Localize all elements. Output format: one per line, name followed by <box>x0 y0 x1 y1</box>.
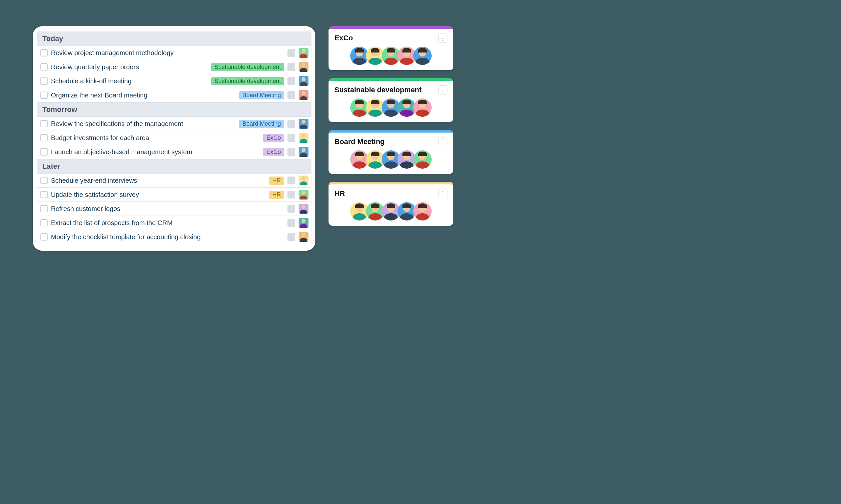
avatar <box>413 150 432 169</box>
subject-title: HR <box>334 189 345 198</box>
avatar <box>298 48 308 58</box>
task-status-box[interactable] <box>288 134 295 142</box>
task-title: Modify the checklist template for accoun… <box>51 233 284 241</box>
avatar <box>298 232 308 242</box>
task-status-box[interactable] <box>288 191 295 199</box>
task-title: Budget investments for each area <box>51 134 260 142</box>
task-row[interactable]: Extract the list of prospects from the C… <box>37 216 311 230</box>
subjects-column: ExCo⋮Sustainable development⋮Board Meeti… <box>328 26 453 226</box>
task-checkbox[interactable] <box>40 120 48 127</box>
task-status-box[interactable] <box>288 233 295 241</box>
task-row[interactable]: Review project management methodology <box>37 46 311 60</box>
subject-title: Board Meeting <box>334 138 385 146</box>
subject-card[interactable]: Sustainable development⋮ <box>328 78 453 122</box>
task-title: Refresh customer logos <box>51 205 284 213</box>
avatar <box>413 202 432 220</box>
task-title: Schedule a kick-off meeting <box>51 77 208 85</box>
task-status-box[interactable] <box>288 205 295 213</box>
task-title: Review project management methodology <box>51 49 284 57</box>
subject-title: Sustainable development <box>334 86 422 94</box>
task-checkbox[interactable] <box>40 63 48 71</box>
subject-title: ExCo <box>334 34 353 42</box>
avatar <box>298 90 308 100</box>
subject-members <box>334 202 447 220</box>
task-title: Schedule year-end interviews <box>51 177 266 184</box>
task-tag[interactable]: Board Meeting <box>239 91 284 100</box>
avatar <box>298 190 308 199</box>
section-header: Today <box>37 32 311 46</box>
task-row[interactable]: Organize the next Board meetingBoard Mee… <box>37 88 311 102</box>
avatar <box>298 133 308 143</box>
task-title: Launch an objective-based management sys… <box>51 148 260 156</box>
avatar <box>298 204 308 214</box>
task-status-box[interactable] <box>288 77 295 85</box>
avatar <box>298 62 308 72</box>
task-row[interactable]: Budget investments for each areaExCo <box>37 131 311 145</box>
task-tag[interactable]: Sustainable development <box>211 77 284 85</box>
task-status-box[interactable] <box>288 91 295 99</box>
more-menu-icon[interactable]: ⋮ <box>438 137 447 146</box>
subject-card[interactable]: HR⋮ <box>328 182 453 226</box>
task-status-box[interactable] <box>288 49 295 57</box>
task-checkbox[interactable] <box>40 134 48 141</box>
task-row[interactable]: Launch an objective-based management sys… <box>37 145 311 159</box>
task-title: Organize the next Board meeting <box>51 92 236 99</box>
task-tag[interactable]: Sustainable development <box>211 63 284 71</box>
task-checkbox[interactable] <box>40 177 48 184</box>
task-status-box[interactable] <box>288 177 295 184</box>
task-row[interactable]: Review quarterly paper ordersSustainable… <box>37 60 311 74</box>
task-checkbox[interactable] <box>40 148 48 156</box>
subject-card[interactable]: ExCo⋮ <box>328 26 453 70</box>
task-tag[interactable]: ExCo <box>263 134 284 142</box>
task-panel: TodayReview project management methodolo… <box>33 26 315 251</box>
task-checkbox[interactable] <box>40 191 48 198</box>
task-tag[interactable]: HR <box>269 191 284 199</box>
task-row[interactable]: Modify the checklist template for accoun… <box>37 230 311 244</box>
task-row[interactable]: Schedule a kick-off meetingSustainable d… <box>37 74 311 88</box>
task-title: Review the specifications of the managem… <box>51 120 236 128</box>
task-checkbox[interactable] <box>40 49 48 56</box>
task-status-box[interactable] <box>288 219 295 227</box>
more-menu-icon[interactable]: ⋮ <box>438 189 447 198</box>
subject-members <box>334 150 447 169</box>
task-title: Review quarterly paper orders <box>51 63 208 71</box>
task-checkbox[interactable] <box>40 219 48 227</box>
task-status-box[interactable] <box>288 148 295 156</box>
avatar <box>298 76 308 86</box>
section-header: Later <box>37 159 311 174</box>
more-menu-icon[interactable]: ⋮ <box>438 85 447 94</box>
task-checkbox[interactable] <box>40 205 48 212</box>
avatar <box>298 176 308 185</box>
task-tag[interactable]: ExCo <box>263 148 284 156</box>
subject-members <box>334 98 447 117</box>
task-status-box[interactable] <box>288 63 295 71</box>
task-tag[interactable]: Board Meeting <box>239 120 284 128</box>
section-header: Tomorrow <box>37 102 311 117</box>
task-row[interactable]: Schedule year-end interviewsHR <box>37 174 311 188</box>
avatar <box>413 98 432 117</box>
more-menu-icon[interactable]: ⋮ <box>438 34 447 43</box>
task-status-box[interactable] <box>288 120 295 128</box>
avatar <box>298 147 308 157</box>
task-row[interactable]: Refresh customer logos <box>37 202 311 216</box>
avatar <box>298 218 308 228</box>
task-title: Update the satisfaction survey <box>51 191 266 199</box>
avatar <box>298 119 308 129</box>
subject-card[interactable]: Board Meeting⋮ <box>328 130 453 174</box>
task-row[interactable]: Update the satisfaction surveyHR <box>37 188 311 202</box>
task-checkbox[interactable] <box>40 92 48 99</box>
task-tag[interactable]: HR <box>269 177 284 185</box>
subject-members <box>334 47 447 65</box>
task-row[interactable]: Review the specifications of the managem… <box>37 117 311 131</box>
task-title: Extract the list of prospects from the C… <box>51 219 284 227</box>
avatar <box>413 47 432 65</box>
task-checkbox[interactable] <box>40 233 48 240</box>
task-checkbox[interactable] <box>40 77 48 85</box>
